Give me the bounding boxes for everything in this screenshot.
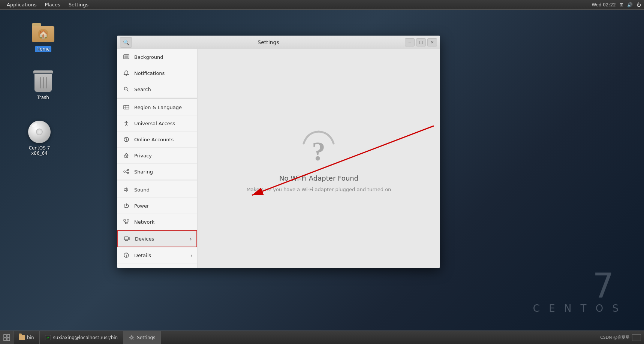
show-desktop-icon [3, 334, 10, 341]
topbar-network-icon: ⊞ [620, 2, 623, 7]
sidebar-divider-2 [117, 181, 197, 181]
svg-point-13 [124, 171, 125, 172]
taskbar-show-desktop-button[interactable] [0, 331, 13, 344]
taskbar: bin suxiaxing@localhost:/usr/bin Setting… [0, 331, 644, 344]
sharing-label: Sharing [134, 169, 153, 175]
svg-point-4 [124, 87, 127, 90]
svg-point-33 [126, 254, 127, 254]
background-icon [123, 54, 130, 60]
no-wifi-icon: ? [296, 125, 341, 170]
svg-marker-18 [124, 188, 127, 191]
sound-icon [123, 186, 130, 193]
taskbar-bin-folder-icon [19, 335, 25, 340]
universal-access-label: Universal Access [134, 121, 175, 126]
svg-rect-40 [7, 338, 10, 341]
centos-cd-icon [27, 120, 51, 144]
taskbar-brand: CSDN @宿夏星 [600, 335, 630, 340]
search-label: Search [134, 87, 151, 92]
sidebar-item-notifications[interactable]: Notifications [117, 65, 197, 81]
svg-rect-1 [124, 55, 128, 58]
taskbar-apps: bin suxiaxing@localhost:/usr/bin Setting… [13, 331, 597, 344]
sound-label: Sound [134, 187, 150, 193]
devices-chevron-icon: › [190, 235, 192, 242]
window-title: Settings [132, 39, 405, 45]
privacy-icon [123, 152, 130, 159]
top-menubar: Applications Places Settings Wed 02:22 ⊞… [0, 0, 644, 10]
topbar-right: Wed 02:22 ⊞ 🔊 ⏻ [592, 2, 641, 7]
sidebar-item-online-accounts[interactable]: Online Accounts [117, 132, 197, 148]
sidebar-item-universal-access[interactable]: Universal Access [117, 115, 197, 132]
region-language-label: Region & Language [134, 105, 182, 110]
settings-sidebar: Background Notifications Search Regi [117, 49, 198, 268]
topbar-clock: Wed 02:22 [592, 2, 616, 7]
sidebar-divider-1 [117, 98, 197, 99]
settings-window: 🔍 Settings − □ × Background Notification… [117, 36, 440, 268]
menu-settings[interactable]: Settings [65, 1, 92, 8]
svg-text:?: ? [312, 136, 325, 166]
sidebar-item-region-language[interactable]: Region & Language [117, 99, 197, 115]
svg-rect-38 [7, 335, 10, 337]
desktop-icon-trash[interactable]: Trash [26, 69, 60, 100]
desktop-icon-home[interactable]: 🏠 Home [26, 21, 60, 52]
sidebar-item-sound[interactable]: Sound [117, 182, 197, 198]
taskbar-app-settings[interactable]: Settings [123, 331, 161, 344]
svg-rect-26 [124, 237, 128, 240]
svg-line-16 [125, 171, 127, 171]
svg-point-15 [127, 172, 129, 174]
topbar-volume-icon: 🔊 [627, 2, 633, 7]
svg-rect-20 [127, 220, 129, 221]
svg-line-5 [127, 90, 129, 91]
svg-point-14 [127, 169, 129, 171]
network-label: Network [134, 219, 154, 225]
sidebar-item-network[interactable]: Network [117, 214, 197, 230]
sidebar-item-background[interactable]: Background [117, 49, 197, 65]
taskbar-bin-label: bin [27, 335, 34, 340]
universal-access-icon [123, 120, 130, 127]
window-maximize-button[interactable]: □ [416, 38, 426, 46]
menu-places[interactable]: Places [41, 1, 64, 8]
taskbar-desktop-preview[interactable] [632, 334, 641, 341]
menu-applications[interactable]: Applications [3, 1, 40, 8]
home-folder-icon: 🏠 [31, 21, 55, 45]
trash-can-icon [31, 69, 55, 93]
sidebar-item-search[interactable]: Search [117, 81, 197, 97]
sidebar-item-privacy[interactable]: Privacy [117, 148, 197, 164]
no-wifi-container: ? No Wi-Fi Adapter Found Make sure you h… [247, 125, 391, 192]
svg-point-8 [126, 121, 127, 122]
svg-rect-19 [124, 220, 126, 221]
settings-main-content: ? No Wi-Fi Adapter Found Make sure you h… [198, 49, 440, 268]
power-icon [123, 202, 130, 209]
svg-rect-39 [4, 338, 6, 341]
taskbar-app-terminal[interactable]: suxiaxing@localhost:/usr/bin [40, 331, 124, 344]
window-close-button[interactable]: × [427, 38, 437, 46]
sidebar-item-details[interactable]: Details › [117, 247, 197, 263]
taskbar-app-bin[interactable]: bin [13, 331, 40, 344]
window-search-button[interactable]: 🔍 [120, 37, 132, 48]
taskbar-right-area: CSDN @宿夏星 [597, 331, 644, 344]
details-label: Details [134, 253, 151, 258]
network-icon [123, 218, 130, 225]
privacy-label: Privacy [134, 153, 152, 159]
svg-rect-37 [4, 335, 6, 337]
sidebar-item-devices[interactable]: Devices › [117, 230, 197, 247]
power-label: Power [134, 203, 149, 209]
no-wifi-subtitle: Make sure you have a Wi-Fi adapter plugg… [247, 187, 391, 192]
taskbar-settings-icon [129, 335, 135, 341]
home-icon-label: Home [35, 46, 51, 52]
window-titlebar: 🔍 Settings − □ × [117, 36, 440, 49]
notifications-label: Notifications [134, 70, 165, 76]
details-chevron-icon: › [190, 252, 193, 259]
online-accounts-label: Online Accounts [134, 137, 174, 142]
window-minimize-button[interactable]: − [405, 38, 415, 46]
topbar-power-icon: ⏻ [637, 2, 641, 7]
devices-label: Devices [135, 236, 154, 242]
desktop-icon-centos[interactable]: CentOS 7 x86_64 [22, 120, 56, 156]
sidebar-item-power[interactable]: Power [117, 198, 197, 214]
centos-text-watermark: C E N T O S [533, 303, 622, 314]
search-icon: 🔍 [123, 39, 129, 45]
trash-icon-label: Trash [37, 95, 49, 100]
taskbar-terminal-label: suxiaxing@localhost:/usr/bin [53, 335, 118, 340]
sidebar-item-sharing[interactable]: Sharing [117, 164, 197, 180]
svg-line-17 [125, 172, 127, 173]
notifications-icon [123, 70, 130, 76]
